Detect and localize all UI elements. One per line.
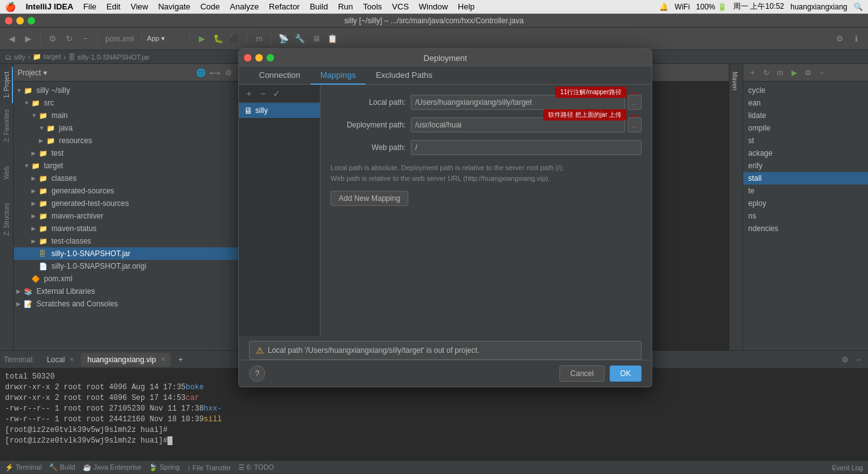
tree-java[interactable]: ▼ 📁 java [14, 122, 251, 134]
menu-build[interactable]: Build [310, 2, 328, 11]
tree-gen-sources[interactable]: ▶ 📁 generated-sources [14, 185, 251, 197]
maven-collapse-icon[interactable]: − [816, 67, 827, 78]
menu-window[interactable]: Window [419, 2, 448, 11]
status-todo[interactable]: ☰ 6: TODO [238, 463, 274, 471]
terminal-tab-local[interactable]: Local × [41, 353, 80, 367]
tree-test[interactable]: ▶ 📁 test [14, 147, 251, 159]
tree-test-classes[interactable]: ▶ 📁 test-classes [14, 235, 251, 247]
menu-file[interactable]: File [83, 2, 97, 11]
dialog-remove-server-btn[interactable]: − [257, 87, 269, 100]
tree-resources[interactable]: ▶ 📁 resources [14, 134, 251, 147]
remote2-icon[interactable]: 🔧 [293, 32, 307, 46]
dialog-maximize-button[interactable] [267, 54, 274, 62]
minimize-button[interactable] [16, 17, 24, 24]
web-path-input[interactable] [411, 140, 642, 155]
tree-scratches[interactable]: ▶ 📝 Scratches and Consoles [14, 298, 251, 310]
maven-clean[interactable]: ean [743, 97, 868, 109]
deployment-path-input[interactable] [411, 117, 625, 132]
add-mapping-button[interactable]: Add New Mapping [331, 191, 408, 206]
dialog-server-item-silly[interactable]: 🖥 silly [239, 103, 320, 118]
dialog-tab-excluded[interactable]: Excluded Paths [366, 67, 442, 85]
remote4-icon[interactable]: 📋 [326, 32, 339, 46]
menu-navigate[interactable]: Navigate [158, 2, 190, 11]
menu-view[interactable]: View [130, 2, 148, 11]
maven-package[interactable]: ackage [743, 147, 868, 159]
dialog-check-btn[interactable]: ✓ [270, 87, 283, 100]
pom-tab-btn[interactable]: pom.xml [105, 35, 134, 43]
collapse-icon[interactable]: − [78, 32, 92, 46]
terminal-tab-remote-close[interactable]: × [161, 356, 165, 363]
terminal-settings-icon[interactable]: ⚙ [839, 354, 850, 365]
tree-maven-archiver[interactable]: ▶ 📁 maven-archiver [14, 210, 251, 222]
tree-extlibs[interactable]: ▶ 📚 External Libraries [14, 285, 251, 298]
stop-icon[interactable]: ⬛ [228, 32, 241, 46]
terminal-close-icon[interactable]: − [853, 354, 864, 365]
menu-edit[interactable]: Edit [107, 2, 120, 11]
maven-refresh-icon[interactable]: ↻ [761, 67, 772, 78]
sync-icon[interactable]: ↻ [62, 32, 76, 46]
sidebar-sync-icon[interactable]: ⟷ [209, 67, 220, 78]
cancel-button[interactable]: Cancel [559, 365, 604, 382]
status-java-enterprise[interactable]: ☕ Java Enterprise [83, 463, 141, 471]
terminal-tab-add[interactable]: + [172, 353, 189, 367]
tree-pom[interactable]: ▶ 🔶 pom.xml [14, 272, 251, 285]
menu-refactor[interactable]: Refactor [269, 2, 300, 11]
tree-classes[interactable]: ▶ 📁 classes [14, 172, 251, 185]
vtab-web[interactable]: Web [0, 161, 13, 184]
tree-main[interactable]: ▼ 📁 main [14, 109, 251, 122]
vtab-project[interactable]: 1: Project [0, 67, 13, 103]
deployment-path-browse-btn[interactable]: … [628, 117, 642, 132]
search-icon[interactable]: 🔍 [854, 3, 863, 11]
tree-gen-test-sources[interactable]: ▶ 📁 generated-test-sources [14, 197, 251, 210]
tree-src[interactable]: ▼ 📁 src [14, 97, 251, 109]
tree-jar2[interactable]: ▶ 📄 silly-1.0-SNAPSHOT.jar.origi [14, 260, 251, 272]
tree-jar1[interactable]: ▶ 🗄 silly-1.0-SNAPSHOT.jar [14, 247, 251, 260]
maven-verify[interactable]: erify [743, 159, 868, 172]
maven-install[interactable]: stall [743, 172, 868, 185]
status-spring[interactable]: 🍃 Spring [149, 463, 179, 471]
vtab-favorites[interactable]: 2: Favorites [0, 104, 13, 147]
dialog-tab-mappings[interactable]: Mappings [310, 67, 366, 85]
menu-run[interactable]: Run [338, 2, 353, 11]
maven-cycle[interactable]: cycle [743, 84, 868, 97]
menu-tools[interactable]: Tools [363, 2, 382, 11]
maven-compile[interactable]: ompile [743, 122, 868, 134]
menu-app[interactable]: IntelliJ IDEA [26, 2, 73, 11]
maven-dependencies[interactable]: ndencies [743, 222, 868, 235]
debug-icon[interactable]: 🐛 [211, 32, 225, 46]
status-file-transfer[interactable]: ↕ File Transfer [187, 464, 231, 471]
dialog-close-button[interactable] [244, 54, 251, 62]
vtab-structure[interactable]: Z: Structure [0, 198, 13, 240]
menu-analyze[interactable]: Analyze [230, 2, 259, 11]
local-path-input[interactable] [411, 95, 625, 110]
sidebar-gear-icon[interactable]: ⚙ [223, 67, 234, 78]
remote1-icon[interactable]: 📡 [277, 32, 290, 46]
back-icon[interactable]: ◀ [5, 32, 19, 46]
dialog-minimize-button[interactable] [255, 54, 263, 62]
maximize-button[interactable] [28, 17, 35, 24]
notification-icon[interactable]: 🔔 [659, 3, 669, 11]
forward-icon[interactable]: ▶ [21, 32, 35, 46]
settings2-icon[interactable]: ⚙ [833, 32, 847, 46]
run-icon[interactable]: ▶ [195, 32, 209, 46]
ok-button[interactable]: OK [610, 365, 642, 382]
maven-m-icon[interactable]: m [775, 67, 786, 78]
maven-test[interactable]: st [743, 134, 868, 147]
menu-code[interactable]: Code [200, 2, 220, 11]
tree-target[interactable]: ▼ 📁 target [14, 159, 251, 172]
dialog-tab-connection[interactable]: Connection [249, 67, 310, 85]
maven-deploy[interactable]: eploy [743, 197, 868, 210]
local-path-browse-btn[interactable]: … [628, 95, 642, 110]
apple-logo-icon[interactable]: 🍎 [5, 2, 16, 12]
maven-validate[interactable]: lidate [743, 109, 868, 122]
status-terminal[interactable]: ⚡ Terminal [5, 463, 41, 471]
app-dropdown[interactable]: App ▾ [147, 32, 184, 46]
vtab-maven[interactable]: Maven [729, 67, 743, 95]
terminal-tab-local-close[interactable]: × [70, 356, 73, 363]
menu-vcs[interactable]: VCS [392, 2, 409, 11]
menu-help[interactable]: Help [458, 2, 475, 11]
dialog-add-server-btn[interactable]: + [243, 87, 255, 100]
sidebar-add-icon[interactable]: 🌐 [195, 67, 206, 78]
maven-add-icon[interactable]: + [747, 67, 758, 78]
settings-icon[interactable]: ⚙ [46, 32, 60, 46]
